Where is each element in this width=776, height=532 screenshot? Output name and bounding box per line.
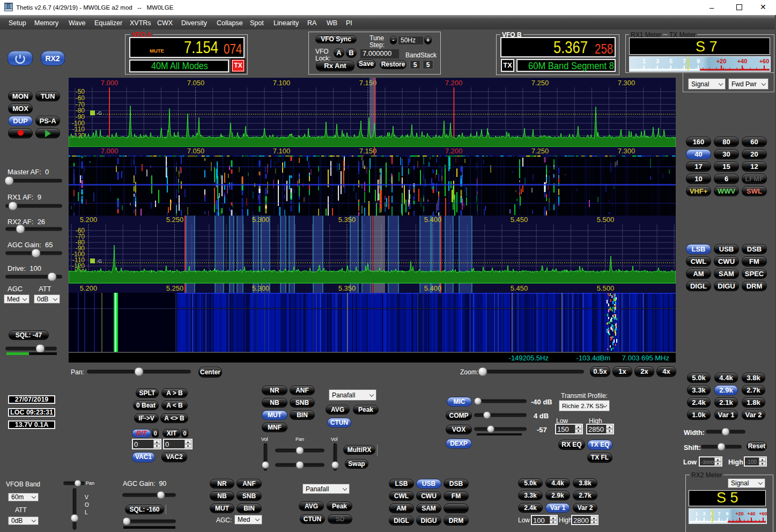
svg-text:-G: -G	[97, 110, 102, 116]
svg-text:7.300: 7.300	[618, 79, 635, 87]
svg-text:7.200: 7.200	[445, 147, 463, 155]
svg-text:7.100: 7.100	[273, 147, 291, 155]
svg-text:5.350: 5.350	[338, 284, 356, 292]
svg-text:7.250: 7.250	[531, 79, 549, 87]
svg-text:RX2: RX2	[45, 54, 60, 63]
svg-text:+40: +40	[747, 511, 755, 516]
svg-text:7.300: 7.300	[618, 147, 635, 155]
svg-text:3: 3	[656, 58, 659, 64]
svg-text:+20: +20	[716, 58, 727, 64]
svg-text:1: 1	[642, 58, 646, 64]
svg-text:7.000: 7.000	[101, 79, 119, 87]
svg-text:5.300: 5.300	[252, 284, 270, 292]
svg-text:7: 7	[718, 511, 720, 516]
svg-text:5.200: 5.200	[80, 284, 98, 292]
svg-text:5.500: 5.500	[597, 284, 615, 292]
svg-text:5: 5	[669, 58, 672, 64]
svg-text:7: 7	[683, 58, 686, 64]
svg-text:+20: +20	[735, 511, 743, 516]
svg-text:7.050: 7.050	[187, 79, 205, 87]
svg-text:5.500: 5.500	[597, 216, 615, 224]
svg-text:9: 9	[726, 511, 728, 516]
svg-text:5.350: 5.350	[338, 216, 356, 224]
svg-text:+60: +60	[759, 511, 767, 516]
svg-text:-103.4dBm: -103.4dBm	[576, 354, 610, 362]
svg-text:+40: +40	[737, 58, 748, 64]
svg-text:3: 3	[703, 511, 705, 516]
svg-text:5.300: 5.300	[252, 216, 270, 224]
svg-text:5.400: 5.400	[424, 284, 442, 292]
svg-text:-G: -G	[97, 258, 102, 264]
svg-text:7.250: 7.250	[531, 147, 549, 155]
svg-text:5.200: 5.200	[80, 216, 98, 224]
svg-text:7.050: 7.050	[187, 147, 205, 155]
svg-text:5.450: 5.450	[511, 284, 528, 292]
svg-text:1: 1	[695, 511, 698, 516]
svg-text:+60: +60	[759, 58, 770, 64]
svg-text:9: 9	[697, 58, 700, 64]
svg-text:5.400: 5.400	[424, 216, 442, 224]
svg-text:7.100: 7.100	[273, 79, 291, 87]
svg-text:-149205.5Hz: -149205.5Hz	[509, 354, 549, 362]
svg-text:7.003 695 MHz: 7.003 695 MHz	[622, 354, 669, 362]
svg-text:5.250: 5.250	[166, 284, 184, 292]
svg-text:5.450: 5.450	[511, 216, 528, 224]
svg-text:5.250: 5.250	[166, 216, 184, 224]
svg-text:7.000: 7.000	[101, 147, 119, 155]
svg-text:7.200: 7.200	[445, 79, 463, 87]
